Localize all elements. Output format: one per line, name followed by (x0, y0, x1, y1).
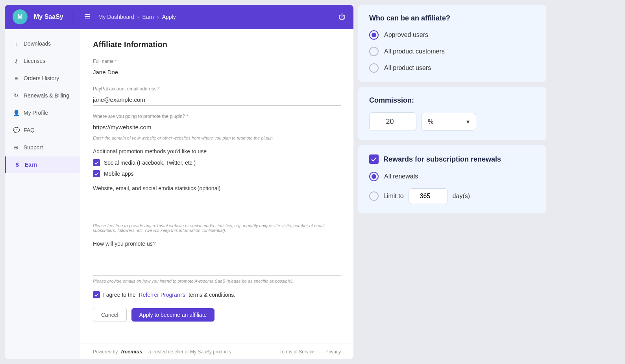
sidebar-item-orders-history[interactable]: ≡ Orders History (5, 70, 80, 86)
url-input[interactable] (93, 121, 341, 133)
renewals-icon: ↻ (13, 92, 20, 99)
radio-approved-inner (372, 33, 376, 37)
earn-icon: $ (14, 161, 21, 168)
form-group-fullname: Full name * (93, 59, 341, 78)
footer-suffix: - a trusted reseller of My SaaSy product… (146, 349, 231, 355)
who-radio-list: Approved users All product customers All… (369, 30, 535, 73)
paypal-label: PayPal account email address * (93, 86, 341, 92)
breadcrumb: My Dashboard › Earn › Apply (98, 14, 176, 20)
commission-type-label: % (428, 118, 433, 125)
checkbox-social-media-label: Social media (Facebook, Twitter, etc.) (104, 160, 196, 166)
hamburger-icon[interactable]: ☰ (83, 11, 92, 23)
right-panel: Who can be an affiliate? Approved users … (358, 0, 551, 364)
footer-left: Powered by freemius - a trusted reseller… (93, 349, 231, 355)
logo: M (13, 9, 28, 24)
sidebar-item-my-profile[interactable]: 👤 My Profile (5, 105, 80, 121)
header-divider (73, 11, 73, 23)
terms-link[interactable]: Referrer Program's (139, 292, 186, 298)
promotion-hint: Please provide emails on how you intend … (93, 279, 341, 283)
terms-checkbox[interactable] (93, 291, 100, 298)
radio-limit-outer[interactable] (369, 191, 379, 201)
sidebar: ↓ Downloads ⚷ Licenses ≡ Orders History … (5, 29, 80, 359)
apply-button[interactable]: Apply to become an affiliate (131, 308, 215, 322)
sidebar-item-licenses[interactable]: ⚷ Licenses (5, 53, 80, 69)
promotion-textarea-group (93, 252, 341, 276)
sidebar-label-orders: Orders History (24, 75, 59, 81)
radio-all-users[interactable]: All product users (369, 63, 535, 73)
sidebar-label-profile: My Profile (24, 110, 48, 116)
promotion-label: How will you promote us? (93, 241, 341, 247)
commission-type-dropdown[interactable]: % ▾ (421, 113, 476, 131)
fullname-input[interactable] (93, 66, 341, 78)
main-content: ↓ Downloads ⚷ Licenses ≡ Orders History … (5, 29, 353, 359)
limit-row: Limit to day(s) (369, 188, 535, 204)
form-area: Affiliate Information Full name * PayPal… (80, 29, 353, 344)
radio-approved-label: Approved users (384, 31, 428, 39)
sidebar-item-earn[interactable]: $ Earn (5, 156, 80, 173)
terms-row: I agree to the Referrer Program's terms … (93, 291, 341, 298)
sidebar-item-downloads[interactable]: ↓ Downloads (5, 35, 80, 52)
rewards-checkbox[interactable] (369, 154, 379, 164)
download-icon: ↓ (13, 40, 20, 47)
sidebar-label-earn: Earn (25, 162, 37, 168)
button-row: Cancel Apply to become an affiliate (93, 308, 341, 322)
faq-icon: 💬 (13, 127, 20, 134)
breadcrumb-apply: Apply (162, 14, 176, 20)
footer: Powered by freemius - a trusted reseller… (80, 344, 353, 359)
key-icon: ⚷ (13, 57, 20, 64)
rewards-title: Rewards for subscription renewals (383, 155, 501, 164)
radio-users-label: All product users (384, 64, 431, 72)
radio-renewals-label: All renewals (384, 173, 418, 180)
radio-all-renewals[interactable]: All renewals (369, 172, 535, 181)
commission-title: Commission: (369, 96, 535, 105)
statistics-hint: Please feel free to provide any relevant… (93, 223, 341, 233)
sidebar-item-faq[interactable]: 💬 FAQ (5, 122, 80, 138)
checkbox-mobile-apps[interactable]: Mobile apps (93, 170, 341, 177)
sidebar-label-renewals: Renewals & Billing (24, 92, 69, 99)
powered-by: Powered by (93, 349, 118, 355)
rewards-header: Rewards for subscription renewals (369, 154, 535, 164)
support-icon: ⊕ (13, 144, 20, 151)
header: M My SaaSy ☰ My Dashboard › Earn › Apply… (5, 5, 353, 29)
footer-sep: · (319, 349, 320, 355)
app-name: My SaaSy (34, 13, 63, 20)
radio-approved-users[interactable]: Approved users (369, 30, 535, 40)
promotion-textarea[interactable] (93, 252, 341, 276)
paypal-input[interactable] (93, 94, 341, 106)
form-group-statistics: Website, email, and social emdia statist… (93, 185, 341, 233)
days-suffix: day(s) (453, 193, 470, 200)
sidebar-label-downloads: Downloads (24, 40, 51, 47)
freemius-brand: freemius (121, 349, 142, 355)
sidebar-item-renewals-billing[interactable]: ↻ Renewals & Billing (5, 87, 80, 104)
sidebar-item-support[interactable]: ⊕ Support (5, 139, 80, 156)
statistics-label: Website, email, and social emdia statist… (93, 185, 341, 191)
url-hint: Enter the domain of your website or othe… (93, 136, 341, 140)
footer-links: Terms of Service · Privacy (279, 349, 341, 355)
terms-suffix: terms & conditions. (189, 292, 235, 298)
promotion-checkboxes: Social media (Facebook, Twitter, etc.) M… (93, 159, 341, 177)
cancel-button[interactable]: Cancel (93, 308, 127, 322)
commission-value-input[interactable] (369, 112, 416, 131)
rewards-card: Rewards for subscription renewals All re… (358, 145, 546, 213)
radio-approved-outer (369, 30, 379, 40)
privacy-link[interactable]: Privacy (325, 349, 341, 355)
terms-of-service-link[interactable]: Terms of Service (279, 349, 314, 355)
url-label: Where are you going to promote the plugi… (93, 114, 341, 119)
limit-days-input[interactable] (409, 188, 448, 204)
checkbox-mobile-apps-box (93, 170, 100, 177)
breadcrumb-sep-1: › (137, 14, 139, 20)
radio-customers-label: All product customers (384, 48, 445, 55)
radio-all-customers[interactable]: All product customers (369, 47, 535, 56)
power-icon[interactable]: ⏻ (338, 13, 346, 21)
form-group-promotion: How will you promote us? Please provide … (93, 241, 341, 283)
checkbox-social-media[interactable]: Social media (Facebook, Twitter, etc.) (93, 159, 341, 166)
fullname-label: Full name * (93, 59, 341, 64)
statistics-textarea[interactable] (93, 196, 341, 220)
rewards-radio-list: All renewals Limit to day(s) (369, 172, 535, 204)
radio-customers-outer (369, 47, 379, 56)
breadcrumb-earn[interactable]: Earn (142, 14, 154, 20)
orders-icon: ≡ (13, 75, 20, 82)
breadcrumb-home[interactable]: My Dashboard (98, 14, 134, 20)
profile-icon: 👤 (13, 109, 20, 116)
sidebar-label-faq: FAQ (24, 127, 35, 133)
